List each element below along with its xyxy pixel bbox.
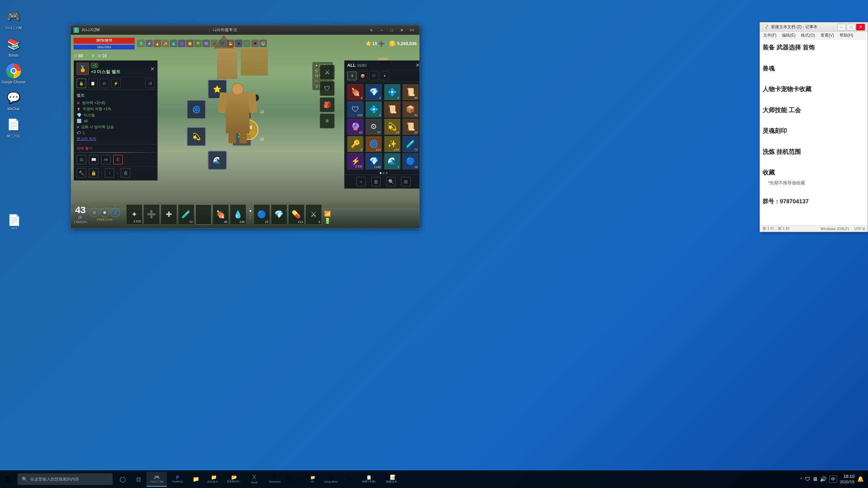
notepad-menu-help[interactable]: 帮助(H) bbox=[837, 32, 855, 39]
armor-btn[interactable]: 🛡 bbox=[320, 81, 335, 96]
taskbar-fenceline-app[interactable]: 📋 融通文本(捷) bbox=[357, 472, 380, 487]
item-bottom-lock[interactable]: 🔒 bbox=[89, 168, 98, 178]
inv-slot-6[interactable]: 📜 bbox=[384, 101, 400, 118]
inv-grid-btn[interactable]: ⊞ bbox=[401, 177, 411, 186]
inv-slot-2[interactable]: 💠6 bbox=[384, 84, 400, 100]
item-close-btn[interactable]: ✕ bbox=[150, 66, 155, 72]
desktop-icon-file[interactable]: 📄 맥二기도 bbox=[0, 115, 27, 140]
inv-tab-weapon[interactable]: 📦 bbox=[358, 72, 368, 80]
inv-tab-armor[interactable]: 🛡 bbox=[369, 72, 378, 80]
taskbar-excel-app[interactable]: X Excel bbox=[245, 472, 264, 487]
notepad-maximize-btn[interactable]: □ bbox=[847, 24, 855, 30]
inv-slot-5[interactable]: 💠4 bbox=[366, 101, 382, 118]
inv-close-btn[interactable]: ✕ bbox=[415, 62, 419, 68]
network-icon[interactable]: 🖥 bbox=[812, 476, 818, 482]
inv-slot-18[interactable]: 🌊3 bbox=[384, 153, 400, 169]
notepad-menu-file[interactable]: 文件(F) bbox=[761, 32, 778, 39]
inv-slot-3[interactable]: 📜35 bbox=[402, 84, 419, 100]
item-tab-compare[interactable]: ⚖ bbox=[100, 79, 109, 88]
notepad-content[interactable]: 装备 武器选择 首饰 兽魂 人物卡宠物卡收藏 大师技能 工会 灵魂刻印 洗炼 挂… bbox=[760, 39, 868, 225]
weapon-btn[interactable]: ⚔ bbox=[320, 65, 335, 80]
desktop-icon-game[interactable]: 🎮 이너二기M bbox=[0, 7, 27, 32]
item-tab-enchant[interactable]: ⚡ bbox=[111, 79, 121, 88]
inv-slot-15[interactable]: 🧪72 bbox=[402, 136, 419, 152]
taskbar-apps-view[interactable]: ⊡ bbox=[131, 472, 146, 487]
taskbar-cortana[interactable]: ◯ bbox=[115, 472, 130, 487]
taskbar-folder-app[interactable]: 📁 bbox=[189, 472, 203, 487]
skill-btn-3[interactable]: ✚ bbox=[161, 204, 177, 225]
item-action-e[interactable]: E bbox=[113, 155, 123, 164]
desktop-icon-bonds[interactable]: 📚 Bonds bbox=[0, 35, 27, 59]
inv-slot-0[interactable]: 🍖4 bbox=[347, 84, 363, 100]
inv-slot-4[interactable]: 🛡103 bbox=[347, 101, 363, 118]
taskbar-folder2-app[interactable]: 📁 白白目0... bbox=[204, 472, 223, 487]
taskbar-csr-app[interactable]: 📁 csr bbox=[305, 472, 320, 487]
inv-tab-all[interactable]: 🗡 bbox=[347, 72, 357, 80]
taskbar-purple-app[interactable]: P PURPLE bbox=[167, 472, 188, 487]
notepad-menu-edit[interactable]: 编辑(E) bbox=[780, 32, 797, 39]
inv-slot-1[interactable]: 💎4 bbox=[366, 84, 382, 100]
inv-slot-10[interactable]: 💫24 bbox=[384, 119, 400, 135]
skill-btn-7[interactable]: 💧 235 bbox=[230, 204, 246, 225]
taskbar-notepad-app[interactable]: 📝 新建文本... bbox=[381, 472, 404, 487]
item-tab-lock[interactable]: 🔒 bbox=[77, 79, 86, 88]
inv-slot-13[interactable]: 🌀213 bbox=[366, 136, 382, 152]
desktop-icon-chrome[interactable]: Google Chrome bbox=[0, 61, 27, 85]
inv-tab-misc[interactable]: ✦ bbox=[380, 72, 389, 80]
inv-slot-8[interactable]: 🔮42 bbox=[347, 119, 363, 135]
item-action-book[interactable]: 📖 bbox=[89, 155, 98, 164]
inv-slot-11[interactable]: 📜10 bbox=[402, 119, 419, 135]
taskbar-game-app[interactable]: 🎮 이너二기M bbox=[146, 472, 167, 487]
taskbar-7h-app[interactable]: 기二기기 bbox=[285, 472, 304, 487]
item-link[interactable]: 몬스터 처치 bbox=[77, 136, 155, 141]
item-tab-zero[interactable]: ↑0 bbox=[145, 79, 155, 88]
inv-slot-16[interactable]: ⚡2.5만 bbox=[347, 153, 363, 169]
inv-slot-12[interactable]: 🔑8 bbox=[347, 136, 363, 152]
speaker-icon[interactable]: 🔊 bbox=[820, 476, 827, 482]
start-button[interactable]: ⊞ bbox=[0, 472, 15, 487]
item-action-ab[interactable]: AB bbox=[101, 155, 111, 164]
item-bottom-trash[interactable]: 🗑 bbox=[121, 168, 130, 178]
skill-slot-bottom[interactable]: 🌊 bbox=[208, 151, 227, 170]
skill-btn-11[interactable]: ⚔ 8 bbox=[305, 204, 322, 225]
skill-btn-10[interactable]: 💊 213 bbox=[288, 204, 304, 225]
titlebar-minimize-btn[interactable]: − bbox=[377, 27, 386, 34]
input-method[interactable]: 中 bbox=[829, 475, 837, 483]
taskbar-setup-app[interactable]: S Setup-Beta bbox=[321, 472, 341, 487]
item-action-scale[interactable]: ⚖ bbox=[77, 155, 86, 164]
bag-btn[interactable]: 🎒 bbox=[320, 97, 335, 112]
item-bottom-up[interactable]: ↑ bbox=[105, 168, 114, 178]
desktop-icon-small-file[interactable]: 📄 사나 bbox=[3, 214, 26, 231]
titlebar-maximize-btn[interactable]: □ bbox=[387, 27, 396, 34]
inv-slot-19[interactable]: 🔵16 bbox=[402, 153, 419, 169]
inv-slot-17[interactable]: 💎1146 bbox=[366, 153, 382, 169]
skill-btn-1[interactable]: ✦ 2.5만 bbox=[126, 204, 142, 225]
skill-btn-6[interactable]: 🍖 48 bbox=[213, 204, 229, 225]
inv-add-btn[interactable]: + bbox=[356, 177, 366, 186]
desktop-icon-wechat[interactable]: 💬 WeChat bbox=[0, 88, 27, 112]
notepad-minimize-btn[interactable]: − bbox=[837, 24, 846, 30]
skill-btn-9[interactable]: 💎 bbox=[271, 204, 287, 225]
inv-search-btn[interactable]: 🔍 bbox=[386, 177, 396, 186]
cam-button[interactable]: ⊙ ⏺ 👤 FREE CAM bbox=[90, 208, 120, 221]
item-bottom-hammer[interactable]: 🔨 bbox=[77, 168, 86, 178]
notepad-menu-format[interactable]: 格式(O) bbox=[799, 32, 817, 39]
skill-slot-bot-left[interactable]: 💫 bbox=[187, 127, 206, 146]
skill-btn-4[interactable]: 🧪 72 bbox=[178, 204, 194, 225]
menu-btn[interactable]: ≡ bbox=[320, 114, 335, 128]
taskbar-search-bar[interactable]: 🔍 在这里输入您想搜索的内容 bbox=[18, 473, 113, 485]
notepad-menu-view[interactable]: 查看(V) bbox=[818, 32, 836, 39]
defender-icon[interactable]: 🛡 bbox=[805, 476, 810, 482]
skill-btn-8[interactable]: 🔵 23 bbox=[254, 204, 270, 225]
inv-slot-9[interactable]: ⚙57 bbox=[366, 119, 382, 135]
tray-expand-btn[interactable]: ^ bbox=[801, 477, 803, 482]
item-tab-info[interactable]: 📋 bbox=[88, 79, 98, 88]
inv-slot-7[interactable]: 📦41 bbox=[402, 101, 419, 118]
taskbar-folder3-app[interactable]: 📂 显显显2016... bbox=[224, 472, 244, 487]
skill-slot-left[interactable]: 🌀 bbox=[187, 100, 206, 119]
notepad-close-btn[interactable]: ✕ bbox=[856, 24, 865, 30]
skill-btn-5[interactable] bbox=[195, 204, 212, 225]
taskbar-cut-app[interactable]: ✂ bbox=[342, 472, 357, 487]
inv-slot-14[interactable]: ✨108 bbox=[384, 136, 400, 152]
notification-btn[interactable]: 🔔 bbox=[857, 476, 864, 482]
